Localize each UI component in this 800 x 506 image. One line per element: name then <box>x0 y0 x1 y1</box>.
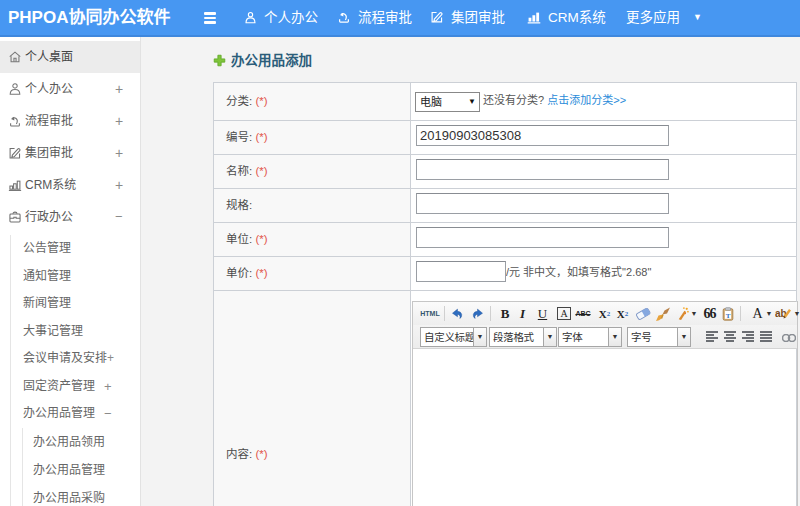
svg-text:T: T <box>726 311 731 319</box>
